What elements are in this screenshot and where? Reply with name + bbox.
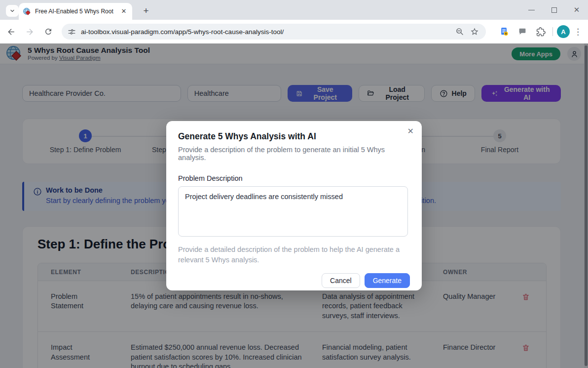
browser-menu-icon[interactable]: ⋮ (574, 27, 582, 37)
browser-tab[interactable]: Free AI-Enabled 5 Whys Root C ✕ (19, 3, 132, 20)
close-icon: ✕ (574, 5, 580, 14)
modal-title: Generate 5 Whys Analysis with AI (178, 131, 410, 142)
extensions-puzzle-icon[interactable] (533, 24, 548, 39)
tab-close-icon[interactable]: ✕ (119, 7, 128, 16)
forward-button[interactable] (22, 24, 37, 40)
url-text[interactable]: ai-toolbox.visual-paradigm.com/app/5-why… (81, 28, 450, 36)
problem-description-label: Problem Description (178, 174, 410, 182)
modal-helper-text: Provide a detailed description of the pr… (178, 245, 400, 265)
back-arrow-icon (6, 27, 16, 37)
generate-button[interactable]: Generate (365, 273, 410, 288)
zoom-out-page-icon[interactable] (454, 26, 465, 37)
window-maximize-button[interactable] (543, 0, 565, 20)
browser-window: Free AI-Enabled 5 Whys Root C ✕ + ✕ ai-t… (0, 0, 588, 368)
site-info-icon[interactable] (68, 28, 76, 36)
toolbar-separator (552, 27, 553, 36)
reload-button[interactable] (40, 24, 56, 40)
site-favicon (23, 7, 31, 16)
browser-toolbar: ai-toolbox.visual-paradigm.com/app/5-why… (0, 20, 588, 43)
minimize-icon (528, 10, 535, 10)
profile-avatar[interactable]: A (557, 25, 570, 38)
maximize-icon (551, 7, 557, 13)
tab-search-button[interactable] (6, 5, 19, 17)
bookmark-star-icon[interactable] (469, 26, 480, 37)
reading-mode-icon[interactable] (497, 24, 512, 39)
generate-ai-modal: ✕ Generate 5 Whys Analysis with AI Provi… (166, 121, 422, 290)
back-button[interactable] (3, 24, 19, 40)
window-minimize-button[interactable] (520, 0, 543, 20)
page-viewport: 5 Whys Root Cause Analysis Tool Powered … (0, 43, 588, 368)
tab-title: Free AI-Enabled 5 Whys Root C (35, 8, 114, 15)
address-bar[interactable]: ai-toolbox.visual-paradigm.com/app/5-why… (62, 24, 486, 40)
window-close-button[interactable]: ✕ (565, 0, 588, 20)
new-tab-button[interactable]: + (140, 4, 152, 17)
chevron-down-icon (9, 8, 15, 14)
browser-titlebar: Free AI-Enabled 5 Whys Root C ✕ + ✕ (0, 0, 588, 20)
problem-description-textarea[interactable]: Project delivery deadlines are consisten… (178, 186, 408, 237)
modal-subtitle: Provide a description of the problem to … (178, 146, 410, 162)
reload-icon (44, 27, 53, 36)
cancel-button[interactable]: Cancel (322, 273, 360, 288)
annotation-icon[interactable] (515, 24, 530, 39)
modal-close-icon[interactable]: ✕ (407, 126, 414, 136)
forward-arrow-icon (25, 27, 35, 37)
